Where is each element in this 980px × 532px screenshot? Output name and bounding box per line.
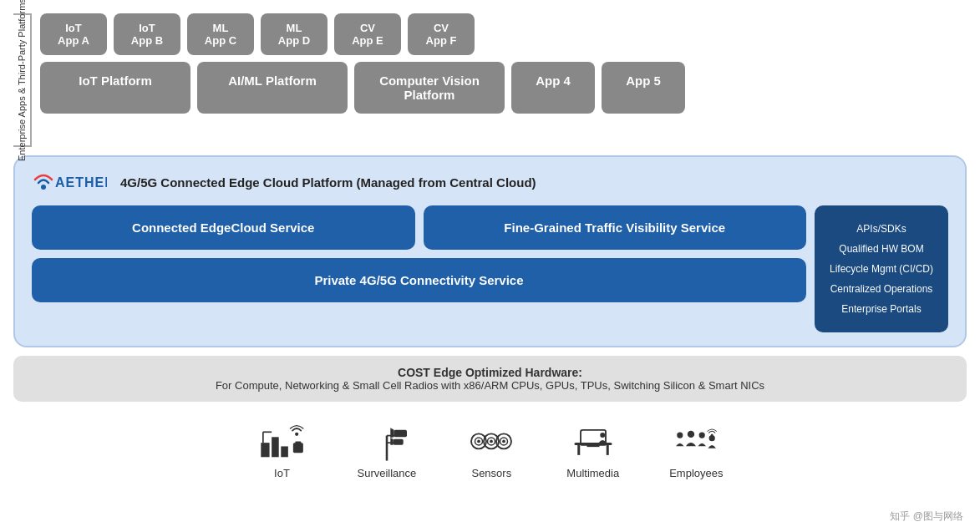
surveillance-icon-item: Surveillance: [358, 420, 417, 479]
svg-marker-13: [390, 428, 394, 438]
cost-section: COST Edge Optimized Hardware: For Comput…: [13, 356, 967, 402]
traffic-visibility-service: Fine-Grained Traffic Visibility Service: [424, 205, 807, 250]
iot-label: IoT: [274, 467, 290, 479]
right-panel-item-1: APIs/SDKs: [830, 219, 933, 239]
iot-icon: [257, 420, 307, 462]
svg-rect-8: [292, 443, 302, 453]
svg-point-33: [688, 431, 694, 438]
aiml-platform: AI/ML Platform: [197, 62, 348, 114]
enterprise-label: Enterprise Apps & Third-Party Platforms: [13, 13, 32, 147]
svg-rect-4: [281, 446, 288, 457]
svg-rect-12: [394, 430, 406, 438]
right-panel-item-2: Qualified HW BOM: [830, 239, 933, 259]
svg-point-31: [600, 433, 605, 438]
svg-point-22: [490, 440, 493, 443]
svg-point-32: [678, 433, 683, 438]
multimedia-label: Multimedia: [566, 467, 619, 479]
app4: App 4: [511, 62, 595, 114]
multimedia-icon-item: Multimedia: [566, 420, 619, 479]
aether-top-row: Connected EdgeCloud Service Fine-Grained…: [32, 205, 806, 250]
platform-row: IoT Platform AI/ML Platform Computer Vis…: [40, 62, 967, 114]
aether-services: Connected EdgeCloud Service Fine-Grained…: [32, 205, 948, 332]
cost-title: COST Edge Optimized Hardware:: [30, 366, 950, 379]
aether-section: AETHER 4G/5G Connected Edge Cloud Platfo…: [13, 155, 967, 347]
svg-point-34: [699, 433, 705, 438]
svg-text:AETHER: AETHER: [55, 175, 107, 190]
right-panel-item-5: Enterprise Portals: [830, 299, 933, 319]
aether-right-panel: APIs/SDKs Qualified HW BOM Lifecycle Mgm…: [815, 205, 948, 332]
cost-subtitle: For Compute, Networking & Small Cell Rad…: [30, 379, 950, 392]
sensors-label: Sensors: [471, 467, 511, 479]
cv-platform: Computer VisionPlatform: [354, 62, 505, 114]
aether-title: 4G/5G Connected Edge Cloud Platform (Man…: [120, 175, 536, 190]
svg-point-36: [709, 435, 715, 441]
app-cv-e: CVApp E: [334, 13, 401, 55]
apps-row-1: IoTApp A IoTApp B MLApp C MLApp D CVApp …: [40, 13, 967, 55]
svg-rect-27: [577, 445, 580, 455]
app-ml-c: MLApp C: [187, 13, 254, 55]
watermark: 知乎 @图与网络: [890, 509, 963, 524]
app-iot-b: IoTApp B: [114, 13, 180, 55]
iot-icon-item: IoT: [257, 420, 307, 479]
svg-point-7: [295, 433, 298, 436]
svg-rect-28: [607, 445, 609, 455]
svg-point-25: [502, 440, 505, 443]
sensors-icon-item: Sensors: [466, 420, 516, 479]
employees-icon: [671, 420, 721, 462]
svg-rect-3: [272, 437, 279, 457]
aether-left-services: Connected EdgeCloud Service Fine-Grained…: [32, 205, 806, 332]
svg-marker-16: [390, 438, 393, 445]
surveillance-label: Surveillance: [358, 467, 417, 479]
svg-rect-9: [295, 441, 301, 443]
surveillance-icon: [362, 420, 412, 462]
multimedia-icon: [568, 420, 618, 462]
svg-rect-15: [394, 439, 404, 445]
app-cv-f: CVApp F: [408, 13, 475, 55]
app5: App 5: [602, 62, 685, 114]
connected-edge-service: Connected EdgeCloud Service: [32, 205, 415, 250]
app-ml-d: MLApp D: [261, 13, 328, 55]
private-connectivity-service: Private 4G/5G Connectivity Service: [32, 258, 806, 302]
iot-platform: IoT Platform: [40, 62, 190, 114]
svg-rect-30: [586, 445, 599, 447]
aether-logo: AETHER: [32, 170, 112, 194]
employees-icon-item: Employees: [669, 420, 723, 479]
svg-point-19: [477, 440, 480, 443]
right-panel-item-3: Lifecycle Mgmt (CI/CD): [830, 259, 933, 279]
svg-point-0: [41, 185, 46, 190]
sensors-icon: [466, 420, 516, 462]
app-iot-a: IoTApp A: [40, 13, 107, 55]
employees-label: Employees: [669, 467, 723, 479]
svg-rect-2: [261, 443, 269, 457]
bottom-icons: IoT Surveillance: [13, 412, 967, 488]
right-panel-item-4: Centralized Operations: [830, 279, 933, 299]
apps-container: IoTApp A IoTApp B MLApp C MLApp D CVApp …: [40, 13, 967, 114]
aether-header: AETHER 4G/5G Connected Edge Cloud Platfo…: [32, 170, 948, 194]
enterprise-section: Enterprise Apps & Third-Party Platforms …: [13, 13, 967, 147]
